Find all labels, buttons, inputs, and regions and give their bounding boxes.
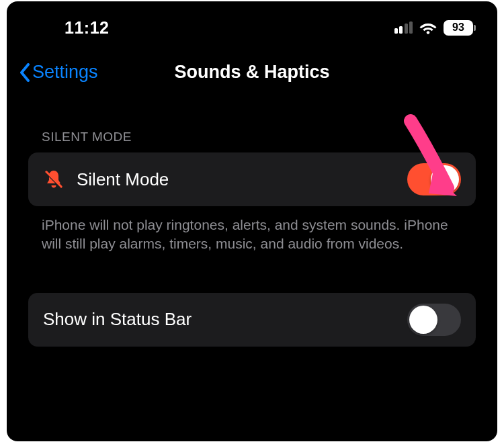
silent-mode-label: Silent Mode: [77, 169, 395, 190]
wifi-icon: [419, 21, 437, 34]
toggle-knob: [409, 306, 437, 334]
show-in-status-bar-toggle[interactable]: [407, 304, 461, 336]
chevron-left-icon: [19, 63, 31, 82]
status-right: 93: [394, 20, 474, 36]
status-bar: 11:12 93: [7, 1, 497, 42]
section-header-silent-mode: SILENT MODE: [7, 96, 497, 152]
silent-mode-toggle[interactable]: [407, 163, 461, 195]
status-time: 11:12: [65, 18, 109, 38]
back-label: Settings: [32, 62, 98, 83]
battery-indicator: 93: [444, 20, 473, 36]
nav-bar: Settings Sounds & Haptics: [7, 42, 497, 96]
show-in-status-bar-label: Show in Status Bar: [43, 309, 395, 330]
back-button[interactable]: Settings: [19, 62, 98, 83]
bell-slash-icon: [43, 169, 65, 190]
toggle-knob: [431, 165, 459, 193]
page-title: Sounds & Haptics: [174, 62, 329, 83]
silent-mode-footer: iPhone will not play ringtones, alerts, …: [7, 206, 497, 274]
cellular-signal-icon: [394, 21, 413, 34]
svg-point-0: [427, 31, 430, 34]
show-in-status-bar-row[interactable]: Show in Status Bar: [28, 293, 476, 347]
battery-percent: 93: [452, 21, 464, 34]
silent-mode-group: Silent Mode: [28, 152, 476, 206]
status-bar-group: Show in Status Bar: [28, 293, 476, 347]
settings-screen: 11:12 93 Settings Sounds & Hapt: [7, 1, 497, 441]
silent-mode-row[interactable]: Silent Mode: [28, 152, 476, 206]
